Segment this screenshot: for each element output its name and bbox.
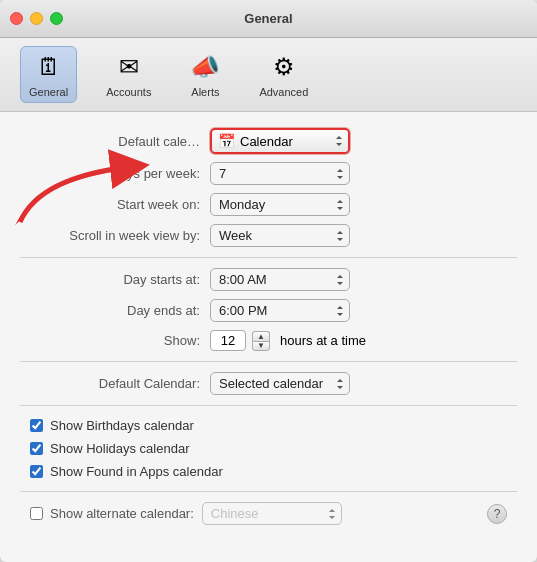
alternate-calendar-control: Chinese — [202, 502, 342, 525]
scroll-week-row: Scroll in week view by: Week — [20, 224, 517, 247]
found-apps-label: Show Found in Apps calendar — [50, 464, 223, 479]
close-button[interactable] — [10, 12, 23, 25]
show-hours-row: Show: ▲ ▼ hours at a time — [20, 330, 517, 351]
toolbar: 🗓 General ✉ Accounts 📣 Alerts ⚙ Advanced — [0, 38, 537, 112]
default-calendar-type-select[interactable]: 📅 Calendar — [210, 128, 350, 154]
preferences-window: General 🗓 General ✉ Accounts 📣 Alerts ⚙ … — [0, 0, 537, 562]
show-hours-control: ▲ ▼ hours at a time — [210, 330, 366, 351]
default-calendar-type-control: 📅 Calendar — [210, 128, 350, 154]
hours-stepper: ▲ ▼ — [252, 331, 270, 351]
day-starts-control: 8:00 AM — [210, 268, 350, 291]
day-ends-row: Day ends at: 6:00 PM — [20, 299, 517, 322]
alternate-calendar-checkbox[interactable] — [30, 507, 43, 520]
separator-3 — [20, 405, 517, 406]
default-calendar-type-label: Default cale… — [30, 134, 200, 149]
holidays-checkbox[interactable] — [30, 442, 43, 455]
start-week-control: Monday — [210, 193, 350, 216]
default-calendar-control: Selected calendar — [210, 372, 350, 395]
day-ends-select[interactable]: 6:00 PM — [210, 299, 350, 322]
content-area: Default cale… 📅 Calendar ys per week: 7 … — [0, 112, 537, 562]
start-week-label: Start week on: — [30, 197, 200, 212]
default-calendar-row: Default Calendar: Selected calendar — [20, 372, 517, 395]
calendar-mini-icon: 📅 — [218, 133, 235, 149]
hours-increment[interactable]: ▲ — [252, 331, 270, 341]
accounts-label: Accounts — [106, 86, 151, 98]
start-week-row: Start week on: Monday — [20, 193, 517, 216]
separator-1 — [20, 257, 517, 258]
general-icon: 🗓 — [33, 51, 65, 83]
window-title: General — [244, 11, 292, 26]
advanced-icon: ⚙ — [268, 51, 300, 83]
minimize-button[interactable] — [30, 12, 43, 25]
show-hours-input[interactable] — [210, 330, 246, 351]
holidays-row: Show Holidays calendar — [20, 439, 517, 458]
alternate-calendar-label: Show alternate calendar: — [50, 506, 194, 521]
hours-text: hours at a time — [280, 333, 366, 348]
toolbar-item-alerts[interactable]: 📣 Alerts — [180, 46, 230, 103]
days-per-week-control: 7 — [210, 162, 350, 185]
general-label: General — [29, 86, 68, 98]
scroll-week-control: Week — [210, 224, 350, 247]
toolbar-item-general[interactable]: 🗓 General — [20, 46, 77, 103]
day-starts-select[interactable]: 8:00 AM — [210, 268, 350, 291]
alerts-label: Alerts — [191, 86, 219, 98]
days-per-week-label: ys per week: — [30, 166, 200, 181]
alerts-icon: 📣 — [189, 51, 221, 83]
birthdays-checkbox[interactable] — [30, 419, 43, 432]
found-apps-row: Show Found in Apps calendar — [20, 462, 517, 481]
show-hours-label: Show: — [30, 333, 200, 348]
default-calendar-label: Default Calendar: — [30, 376, 200, 391]
toolbar-item-advanced[interactable]: ⚙ Advanced — [250, 46, 317, 103]
default-calendar-select[interactable]: Selected calendar — [210, 372, 350, 395]
day-starts-row: Day starts at: 8:00 AM — [20, 268, 517, 291]
help-button[interactable]: ? — [487, 504, 507, 524]
days-per-week-select[interactable]: 7 — [210, 162, 350, 185]
scroll-week-select[interactable]: Week — [210, 224, 350, 247]
alternate-calendar-row: Show alternate calendar: Chinese ? — [20, 502, 517, 525]
day-ends-control: 6:00 PM — [210, 299, 350, 322]
default-calendar-type-row: Default cale… 📅 Calendar — [20, 128, 517, 154]
separator-4 — [20, 491, 517, 492]
traffic-lights — [10, 12, 63, 25]
maximize-button[interactable] — [50, 12, 63, 25]
titlebar: General — [0, 0, 537, 38]
start-week-select[interactable]: Monday — [210, 193, 350, 216]
accounts-icon: ✉ — [113, 51, 145, 83]
hours-decrement[interactable]: ▼ — [252, 341, 270, 351]
birthdays-label: Show Birthdays calendar — [50, 418, 194, 433]
default-calendar-type-value: Calendar — [240, 134, 293, 149]
day-ends-label: Day ends at: — [30, 303, 200, 318]
day-starts-label: Day starts at: — [30, 272, 200, 287]
toolbar-item-accounts[interactable]: ✉ Accounts — [97, 46, 160, 103]
advanced-label: Advanced — [259, 86, 308, 98]
holidays-label: Show Holidays calendar — [50, 441, 189, 456]
birthdays-row: Show Birthdays calendar — [20, 416, 517, 435]
found-apps-checkbox[interactable] — [30, 465, 43, 478]
days-per-week-row: ys per week: 7 — [20, 162, 517, 185]
alternate-calendar-select[interactable]: Chinese — [202, 502, 342, 525]
scroll-week-label: Scroll in week view by: — [30, 228, 200, 243]
separator-2 — [20, 361, 517, 362]
